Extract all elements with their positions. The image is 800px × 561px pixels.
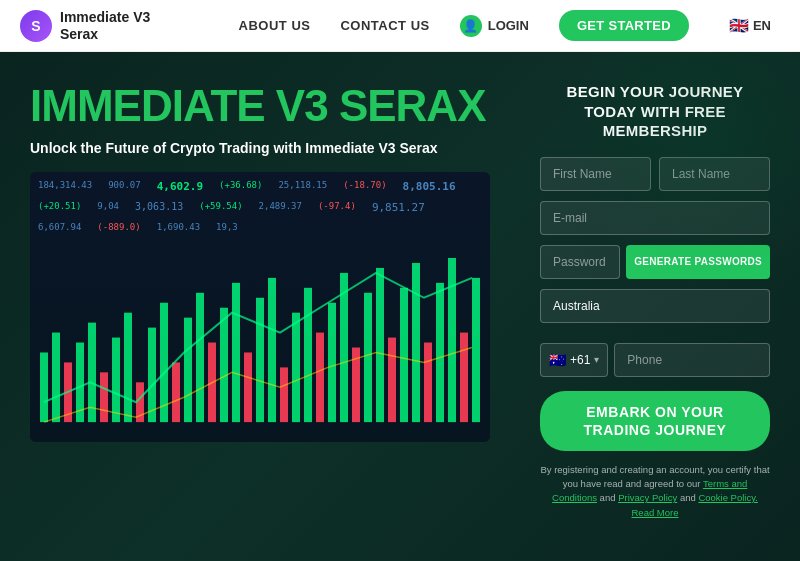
email-group — [540, 201, 770, 235]
svg-rect-15 — [220, 308, 228, 422]
get-started-button[interactable]: GET STARTED — [559, 10, 689, 41]
svg-rect-5 — [100, 373, 108, 423]
country-group: Australia — [540, 289, 770, 333]
svg-rect-35 — [460, 333, 468, 423]
nav-login[interactable]: 👤 LOGIN — [460, 15, 529, 37]
nav-contact[interactable]: CONTACT US — [340, 18, 429, 33]
brand-logo-text: S — [31, 18, 40, 34]
svg-rect-21 — [292, 313, 300, 422]
hero-section: IMMEDIATE V3 SERAX Unlock the Future of … — [0, 52, 800, 561]
svg-rect-27 — [364, 293, 372, 422]
country-select[interactable]: Australia — [540, 289, 770, 323]
svg-rect-1 — [52, 333, 60, 423]
svg-rect-19 — [268, 278, 276, 422]
svg-rect-22 — [304, 288, 312, 422]
name-row — [540, 157, 770, 191]
svg-rect-33 — [436, 283, 444, 422]
privacy-link[interactable]: Privacy Policy — [618, 492, 677, 503]
hero-chart-image: 184,314.43 900.07 4,602.9 (+36.68) 25,11… — [30, 172, 490, 442]
svg-rect-28 — [376, 268, 384, 422]
svg-rect-34 — [448, 258, 456, 422]
hero-title: IMMEDIATE V3 SERAX — [30, 82, 510, 130]
svg-rect-9 — [148, 328, 156, 423]
chart-background: 184,314.43 900.07 4,602.9 (+36.68) 25,11… — [30, 172, 490, 442]
svg-rect-20 — [280, 368, 288, 423]
brand-logo: S — [20, 10, 52, 42]
password-input[interactable] — [540, 245, 620, 279]
read-more-link[interactable]: Read More — [632, 507, 679, 518]
brand-name: Immediate V3 Serax — [60, 9, 150, 43]
phone-chevron-icon: ▾ — [594, 354, 599, 365]
svg-rect-11 — [172, 363, 180, 423]
svg-rect-36 — [472, 278, 480, 422]
svg-rect-24 — [328, 303, 336, 422]
svg-rect-30 — [400, 288, 408, 422]
svg-rect-13 — [196, 293, 204, 422]
first-name-input[interactable] — [540, 157, 651, 191]
hero-subtitle: Unlock the Future of Crypto Trading with… — [30, 140, 510, 156]
svg-rect-31 — [412, 263, 420, 422]
embark-button[interactable]: EMBARK ON YOUR TRADING JOURNEY — [540, 391, 770, 451]
form-disclaimer: By registering and creating an account, … — [540, 463, 770, 520]
navbar: S Immediate V3 Serax ABOUT US CONTACT US… — [0, 0, 800, 52]
svg-rect-6 — [112, 338, 120, 423]
hero-left: IMMEDIATE V3 SERAX Unlock the Future of … — [30, 82, 510, 541]
phone-input[interactable] — [614, 343, 770, 377]
flag-icon: 🇬🇧 — [729, 16, 749, 35]
svg-rect-0 — [40, 353, 48, 423]
nav-about[interactable]: ABOUT US — [239, 18, 311, 33]
svg-rect-18 — [256, 298, 264, 422]
brand: S Immediate V3 Serax — [20, 9, 150, 43]
svg-rect-29 — [388, 338, 396, 423]
navbar-links: ABOUT US CONTACT US 👤 LOGIN GET STARTED … — [239, 10, 780, 41]
svg-rect-16 — [232, 283, 240, 422]
phone-flag: 🇦🇺 — [549, 352, 566, 368]
email-input[interactable] — [540, 201, 770, 235]
password-row: GENERATE PASSWORDS — [540, 245, 770, 279]
svg-rect-7 — [124, 313, 132, 422]
signup-form-panel: BEGIN YOUR JOURNEY TODAY WITH FREE MEMBE… — [540, 82, 770, 541]
form-header: BEGIN YOUR JOURNEY TODAY WITH FREE MEMBE… — [540, 82, 770, 141]
chart-svg — [30, 253, 490, 442]
chevron-down-icon: ▾ — [775, 20, 780, 31]
svg-rect-12 — [184, 318, 192, 422]
phone-country-code: +61 — [570, 353, 590, 367]
language-selector[interactable]: 🇬🇧 EN ▾ — [729, 16, 780, 35]
svg-rect-17 — [244, 353, 252, 423]
login-icon: 👤 — [460, 15, 482, 37]
svg-rect-32 — [424, 343, 432, 423]
last-name-input[interactable] — [659, 157, 770, 191]
generate-password-button[interactable]: GENERATE PASSWORDS — [626, 245, 770, 279]
cookie-link[interactable]: Cookie Policy. — [698, 492, 758, 503]
phone-row: 🇦🇺 +61 ▾ — [540, 343, 770, 377]
phone-code-selector[interactable]: 🇦🇺 +61 ▾ — [540, 343, 608, 377]
svg-rect-23 — [316, 333, 324, 423]
